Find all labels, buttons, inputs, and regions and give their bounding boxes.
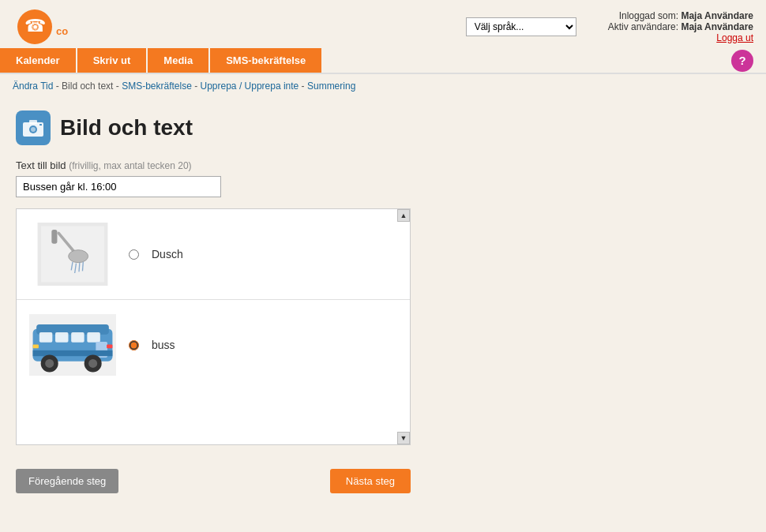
svg-rect-23	[87, 332, 100, 343]
page-title: Bild och text	[60, 115, 193, 140]
nav-bar: Kalender Skriv ut Media SMS-bekräftelse …	[0, 48, 766, 74]
svg-rect-22	[71, 332, 84, 343]
nav-media[interactable]: Media	[148, 48, 208, 73]
svg-rect-31	[107, 345, 112, 349]
svg-rect-30	[33, 345, 39, 349]
svg-line-14	[79, 263, 80, 272]
prev-button[interactable]: Föregående steg	[16, 469, 118, 493]
logout-link[interactable]: Logga ut	[716, 32, 753, 43]
buss-label: buss	[152, 339, 175, 351]
nav-kalender[interactable]: Kalender	[0, 48, 76, 73]
svg-rect-20	[39, 332, 53, 343]
breadcrumb-upprepa[interactable]: Upprepa / Upprepa inte	[201, 81, 299, 92]
nav-skriv-ut[interactable]: Skriv ut	[77, 48, 147, 73]
svg-rect-7	[39, 124, 42, 126]
nav-sms-bekraftelse[interactable]: SMS-bekräftelse	[210, 48, 321, 73]
breadcrumb-sms[interactable]: SMS-bekräftelse	[122, 81, 192, 92]
breadcrumb: Ändra Tid - Bild och text - SMS-bekräfte…	[0, 74, 766, 98]
footer-buttons: Föregående steg Nästa steg	[16, 469, 411, 493]
scroll-down-arrow[interactable]: ▼	[397, 432, 410, 444]
list-item: buss	[17, 300, 410, 390]
svg-point-29	[88, 359, 97, 368]
image-text-input[interactable]	[16, 176, 221, 197]
help-button[interactable]: ?	[731, 50, 753, 72]
svg-point-27	[45, 359, 54, 368]
breadcrumb-bild-text: Bild och text	[62, 81, 113, 92]
svg-text:comai: comai	[56, 25, 68, 37]
list-item: Dusch	[17, 209, 410, 300]
page-title-area: Bild och text	[16, 111, 750, 145]
buss-thumbnail	[29, 309, 116, 380]
active-user: Maja Användare	[681, 21, 753, 32]
image-list-container: ▲	[16, 208, 411, 445]
main-content: Bild och text Text till bild (frivillig,…	[0, 98, 766, 506]
bus-image	[29, 313, 116, 377]
svg-text:☎: ☎	[24, 16, 46, 36]
image-list[interactable]: Dusch	[17, 209, 410, 444]
dusch-thumbnail	[29, 219, 116, 290]
svg-rect-16	[51, 230, 57, 244]
active-label: Aktiv användare:	[608, 21, 678, 32]
top-header: ☎ comai Välj språk... Svenska English No…	[0, 0, 766, 48]
svg-rect-6	[29, 120, 37, 124]
svg-rect-21	[55, 332, 69, 343]
camera-icon	[22, 118, 44, 137]
logo-area: ☎ comai	[13, 5, 68, 48]
svg-line-15	[82, 262, 83, 272]
logged-in-user: Maja Användare	[681, 10, 753, 21]
comai-logo: ☎ comai	[13, 5, 68, 48]
shower-image	[33, 223, 112, 286]
logged-in-label: Inloggad som:	[619, 10, 678, 21]
svg-rect-25	[33, 350, 113, 356]
page-title-icon	[16, 111, 51, 145]
field-label: Text till bild (frivillig, max antal tec…	[16, 159, 750, 171]
dusch-label: Dusch	[152, 248, 183, 260]
next-button[interactable]: Nästa steg	[330, 469, 411, 493]
dusch-radio[interactable]	[129, 249, 139, 260]
scroll-up-arrow[interactable]: ▲	[397, 209, 410, 222]
svg-point-5	[31, 127, 36, 132]
svg-point-11	[69, 250, 88, 263]
breadcrumb-summering[interactable]: Summering	[307, 81, 355, 92]
user-info: Inloggad som: Maja Användare Aktiv använ…	[608, 10, 753, 43]
language-select[interactable]: Välj språk... Svenska English Norsk Dans…	[466, 17, 576, 36]
buss-radio[interactable]	[129, 340, 139, 350]
language-selector-area: Välj språk... Svenska English Norsk Dans…	[466, 17, 576, 36]
breadcrumb-andra-tid[interactable]: Ändra Tid	[13, 81, 53, 92]
